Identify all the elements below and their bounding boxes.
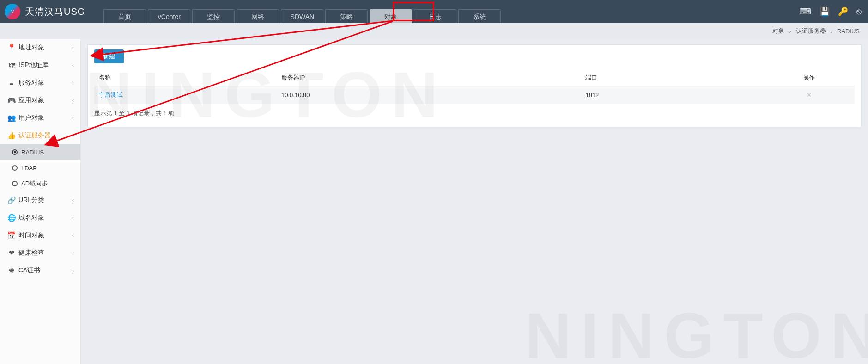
save-icon[interactable]: 💾: [819, 6, 830, 17]
cert-icon: ✺: [6, 266, 17, 275]
new-button[interactable]: 新建: [94, 49, 124, 63]
sidebar: 📍 地址对象 ‹ 🗺 ISP地址库 ‹ ≡ 服务对象 ‹ 🎮 应用对象 ‹ 👥 …: [0, 39, 81, 364]
col-name: 名称: [94, 70, 277, 86]
sidebar-item-label: CA证书: [18, 266, 72, 275]
cell-port: 1812: [581, 86, 763, 104]
chevron-left-icon: ‹: [72, 115, 74, 121]
sidebar-item-label: 域名对象: [18, 214, 72, 222]
table-row[interactable]: 宁盾测试 10.0.10.80 1812 ✕: [94, 86, 855, 104]
col-ip: 服务器IP: [277, 70, 581, 86]
chevron-left-icon: ‹: [72, 197, 74, 204]
radio-icon: [12, 181, 18, 186]
sidebar-item-ca[interactable]: ✺ CA证书 ‹: [0, 262, 80, 279]
pager-text: 显示第 1 至 1 项记录，共 1 项: [94, 109, 855, 117]
breadcrumb: 对象 › 认证服务器 › RADIUS: [0, 23, 868, 39]
table-header-row: 名称 服务器IP 端口 操作: [94, 70, 855, 86]
sidebar-sub-radius[interactable]: RADIUS: [0, 144, 80, 160]
app-icon: 🎮: [6, 96, 17, 105]
list-icon: ≡: [6, 79, 17, 87]
nav-tab-monitor[interactable]: 监控: [192, 9, 235, 23]
sidebar-item-service[interactable]: ≡ 服务对象 ‹: [0, 74, 80, 92]
sidebar-item-label: 时间对象: [18, 231, 72, 240]
sidebar-sub-label: AD域同步: [21, 179, 48, 188]
users-icon: 👥: [6, 114, 17, 122]
chevron-left-icon: ‹: [72, 44, 74, 51]
nav-tab-vcenter[interactable]: vCenter: [148, 9, 190, 23]
map-icon: 🗺: [6, 62, 17, 69]
globe-icon: 🌐: [6, 214, 17, 222]
pin-icon: 📍: [6, 43, 17, 52]
nav-tab-network[interactable]: 网络: [237, 9, 279, 23]
chevron-left-icon: ‹: [72, 267, 74, 274]
link-icon: 🔗: [6, 196, 17, 204]
nav-tab-log[interactable]: 日志: [414, 9, 456, 23]
chevron-left-icon: ‹: [72, 250, 74, 256]
chevron-down-icon: ‹: [70, 135, 76, 136]
sidebar-item-user[interactable]: 👥 用户对象 ‹: [0, 109, 80, 127]
main-nav: 首页 vCenter 监控 网络 SDWAN 策略 对象 日志 系统: [103, 0, 501, 23]
nav-tab-system[interactable]: 系统: [458, 9, 501, 23]
sidebar-item-app[interactable]: 🎮 应用对象 ‹: [0, 92, 80, 109]
logo-icon: V: [5, 4, 20, 19]
breadcrumb-sep-icon: ›: [789, 28, 791, 35]
nav-tab-policy[interactable]: 策略: [325, 9, 368, 23]
sidebar-sub-ldap[interactable]: LDAP: [0, 160, 80, 176]
sidebar-item-time[interactable]: 📅 时间对象 ‹: [0, 227, 80, 244]
logout-icon[interactable]: ⎋: [856, 7, 862, 17]
radio-icon: [12, 149, 18, 155]
breadcrumb-radius[interactable]: RADIUS: [837, 28, 860, 35]
sidebar-item-isp[interactable]: 🗺 ISP地址库 ‹: [0, 56, 80, 74]
radius-table: 名称 服务器IP 端口 操作 宁盾测试 10.0.10.80 1812 ✕: [94, 70, 855, 104]
radio-icon: [12, 165, 18, 171]
sidebar-item-health[interactable]: ❤ 健康检查 ‹: [0, 244, 80, 262]
sidebar-item-label: 应用对象: [18, 96, 72, 105]
product-name: 天清汉马USG: [25, 6, 85, 18]
chevron-left-icon: ‹: [72, 232, 74, 239]
nav-tab-home[interactable]: 首页: [103, 9, 146, 23]
sidebar-item-label: 服务对象: [18, 79, 72, 87]
top-right-icons: ⌨ 💾 🔑 ⎋: [799, 0, 862, 23]
breadcrumb-object[interactable]: 对象: [772, 27, 784, 35]
key-icon[interactable]: 🔑: [838, 6, 848, 17]
nav-tab-object[interactable]: 对象: [370, 9, 412, 23]
radius-panel: 新建 名称 服务器IP 端口 操作 宁盾测试 10.0.10.80 1812: [87, 44, 862, 127]
top-bar: V 天清汉马USG 首页 vCenter 监控 网络 SDWAN 策略 对象 日…: [0, 0, 868, 23]
chevron-left-icon: ‹: [72, 97, 74, 104]
breadcrumb-sep-icon: ›: [831, 28, 832, 35]
chevron-left-icon: ‹: [72, 80, 74, 86]
nav-tab-sdwan[interactable]: SDWAN: [281, 9, 323, 23]
logo-block: V 天清汉马USG: [5, 4, 85, 19]
col-port: 端口: [581, 70, 763, 86]
layout: 📍 地址对象 ‹ 🗺 ISP地址库 ‹ ≡ 服务对象 ‹ 🎮 应用对象 ‹ 👥 …: [0, 39, 868, 364]
sidebar-item-label: URL分类: [18, 196, 72, 204]
sidebar-item-label: 地址对象: [18, 43, 72, 52]
thumb-icon: 👍: [6, 131, 17, 140]
chevron-left-icon: ‹: [72, 62, 74, 68]
breadcrumb-auth[interactable]: 认证服务器: [796, 27, 826, 35]
heart-icon: ❤: [6, 249, 17, 257]
delete-row-button[interactable]: ✕: [763, 86, 855, 104]
sidebar-sub-label: LDAP: [21, 165, 37, 172]
sidebar-item-label: 认证服务器: [18, 131, 72, 140]
sidebar-item-domain[interactable]: 🌐 域名对象 ‹: [0, 209, 80, 227]
sidebar-item-label: ISP地址库: [18, 61, 72, 69]
console-icon[interactable]: ⌨: [799, 6, 811, 17]
calendar-icon: 📅: [6, 231, 17, 240]
sidebar-item-address[interactable]: 📍 地址对象 ‹: [0, 39, 80, 56]
col-op: 操作: [763, 70, 855, 86]
sidebar-item-label: 用户对象: [18, 114, 72, 122]
sidebar-sub-label: RADIUS: [21, 149, 44, 156]
sidebar-item-label: 健康检查: [18, 249, 72, 257]
cell-ip: 10.0.10.80: [277, 86, 581, 104]
sidebar-item-url[interactable]: 🔗 URL分类 ‹: [0, 191, 80, 209]
cell-name: 宁盾测试: [94, 86, 277, 104]
chevron-left-icon: ‹: [72, 215, 74, 221]
row-name-link[interactable]: 宁盾测试: [99, 91, 123, 98]
sidebar-sub-ad[interactable]: AD域同步: [0, 176, 80, 191]
sidebar-item-authserver[interactable]: 👍 认证服务器 ‹: [0, 127, 80, 144]
main-content: 新建 名称 服务器IP 端口 操作 宁盾测试 10.0.10.80 1812: [81, 39, 868, 364]
watermark: NINGTON: [525, 298, 868, 364]
